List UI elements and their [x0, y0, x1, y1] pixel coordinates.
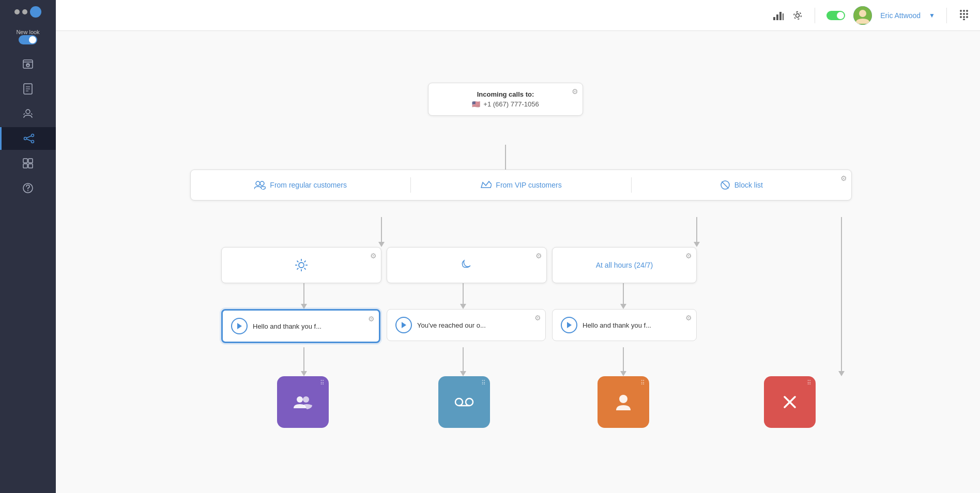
svg-point-28 [963, 10, 965, 12]
flag-icon: 🇺🇸 [472, 100, 480, 108]
toggle-thumb [29, 36, 36, 43]
keypad-icon[interactable] [958, 9, 970, 22]
disconnect-dots: ⠿ [807, 379, 811, 387]
sidebar-item-calendar-phone[interactable] [0, 53, 56, 75]
incoming-title: Incoming calls to: [439, 90, 572, 98]
disconnect-icon [782, 394, 798, 410]
action-queue-wrapper: ⠿ Queue [277, 376, 296, 388]
svg-rect-15 [23, 164, 27, 168]
flow-container: ⚙ Incoming calls to: 🇺🇸 +1 (667) 777-105… [128, 52, 970, 465]
svg-line-12 [26, 139, 31, 141]
filter-regular-label: From regular customers [270, 181, 347, 189]
filter-vip-label: From VIP customers [496, 181, 561, 189]
settings-icon[interactable] [792, 10, 803, 21]
svg-point-75 [455, 398, 463, 406]
time-night-gear[interactable]: ⚙ [535, 252, 542, 260]
time-node-day[interactable]: ⚙ [221, 247, 381, 283]
online-toggle[interactable] [826, 11, 845, 20]
sidebar-item-routing[interactable] [0, 127, 56, 150]
action-voicemail-wrapper: ⠿ Leave Voicemail 100 Kassius [438, 376, 483, 394]
sidebar-item-campaigns[interactable] [0, 152, 56, 175]
action-disconnect[interactable]: ⠿ [764, 376, 816, 428]
filter-regular[interactable]: From regular customers [191, 180, 410, 190]
online-toggle-track[interactable] [826, 11, 845, 20]
incoming-gear-btn[interactable]: ⚙ [572, 87, 578, 96]
play2-btn[interactable] [395, 317, 412, 333]
svg-point-27 [960, 10, 962, 12]
svg-point-24 [794, 12, 801, 19]
help-icon [22, 182, 34, 194]
sidebar-logo [14, 6, 41, 18]
user-chevron[interactable]: ▼ [929, 12, 935, 19]
play1-btn[interactable] [231, 318, 248, 334]
svg-point-78 [619, 395, 627, 403]
user-name[interactable]: Eric Attwood [880, 11, 921, 20]
svg-point-58 [260, 181, 264, 186]
svg-point-74 [303, 396, 309, 403]
svg-rect-20 [776, 14, 778, 20]
time-node-allhours[interactable]: ⚙ At all hours (24/7) [552, 247, 697, 283]
svg-point-9 [31, 134, 34, 137]
play3-gear[interactable]: ⚙ [685, 314, 692, 322]
online-toggle-thumb [837, 12, 844, 19]
play3-btn[interactable] [561, 317, 577, 333]
play-node-1[interactable]: ⚙ Hello and thank you f... [221, 309, 380, 343]
allhours-label: At all hours (24/7) [596, 261, 653, 269]
svg-marker-71 [402, 322, 406, 328]
play-node-2[interactable]: ⚙ You've reached our o... [387, 309, 546, 341]
play2-icon [401, 321, 407, 329]
time-allhours-gear[interactable]: ⚙ [685, 252, 692, 260]
svg-marker-42 [694, 242, 700, 247]
toggle-track[interactable] [19, 35, 37, 44]
svg-rect-19 [773, 17, 775, 20]
filter-gear-btn[interactable]: ⚙ [840, 174, 847, 182]
incoming-calls-node[interactable]: ⚙ Incoming calls to: 🇺🇸 +1 (667) 777-105… [428, 83, 583, 116]
action-disconnect-wrapper: ⠿ Disconnect [764, 376, 794, 388]
call-dots: ⠿ [640, 379, 645, 387]
action-voicemail[interactable]: ⠿ [438, 376, 490, 428]
voicemail-dots: ⠿ [481, 379, 486, 387]
sidebar: New look [0, 0, 56, 493]
svg-point-36 [963, 19, 965, 20]
main: Eric Attwood ▼ [56, 0, 980, 493]
svg-marker-54 [620, 371, 626, 376]
avatar-image [853, 6, 872, 25]
routing-icon [23, 132, 35, 145]
header-divider [815, 8, 815, 23]
play1-gear[interactable]: ⚙ [368, 315, 375, 323]
svg-line-69 [297, 268, 299, 270]
play2-label: You've reached our o... [417, 321, 486, 329]
logo-dots [14, 6, 41, 18]
sidebar-item-help[interactable] [0, 177, 56, 199]
action-queue[interactable]: ⠿ [277, 376, 329, 428]
chart-icon[interactable] [772, 10, 784, 21]
svg-point-34 [963, 16, 965, 18]
header-divider-2 [946, 8, 947, 23]
svg-line-60 [722, 182, 728, 189]
call-user-icon [615, 393, 632, 411]
sidebar-item-agent[interactable] [0, 102, 56, 125]
svg-point-73 [297, 396, 303, 403]
header: Eric Attwood ▼ [56, 0, 980, 31]
svg-rect-13 [23, 159, 27, 163]
play-node-3[interactable]: ⚙ Hello and thank you f... [552, 309, 697, 341]
canvas: ⚙ Incoming calls to: 🇺🇸 +1 (667) 777-105… [56, 31, 980, 493]
time-day-gear[interactable]: ⚙ [370, 252, 377, 260]
dot-3-blue [30, 6, 41, 18]
action-call[interactable]: ⠿ [598, 376, 649, 428]
svg-point-26 [859, 10, 866, 17]
svg-point-29 [966, 10, 968, 12]
sidebar-item-contacts[interactable] [0, 78, 56, 100]
agent-icon [22, 107, 34, 120]
svg-marker-48 [620, 304, 626, 309]
new-look-toggle[interactable] [19, 35, 37, 44]
svg-point-30 [960, 13, 962, 15]
play2-gear[interactable]: ⚙ [534, 314, 541, 322]
filter-blocklist[interactable]: Block list [632, 180, 851, 190]
dot-1 [14, 9, 20, 14]
svg-point-23 [796, 13, 800, 17]
svg-point-57 [256, 181, 260, 186]
time-node-night[interactable]: ⚙ [387, 247, 547, 283]
keypad-svg [958, 9, 970, 20]
filter-vip[interactable]: From VIP customers [411, 180, 631, 190]
